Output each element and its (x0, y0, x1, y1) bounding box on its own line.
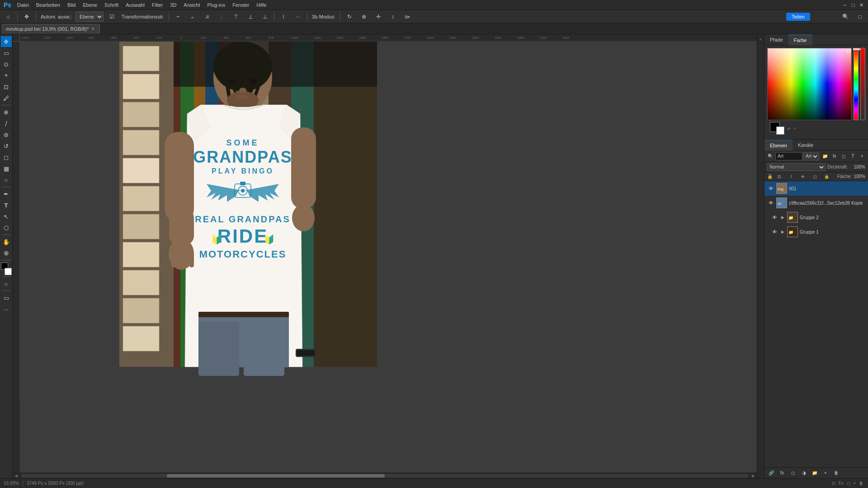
blend-mode-select[interactable]: Normal (767, 163, 826, 171)
align-left[interactable]: ⫟ (172, 11, 184, 22)
eraser-tool[interactable]: ◻ (1, 152, 12, 163)
workspace-button[interactable]: □ (854, 11, 866, 22)
quick-mask-tool[interactable]: ○ (1, 278, 12, 289)
panels-toggle[interactable]: « (758, 36, 764, 42)
rotate-3d[interactable]: ↻ (343, 11, 356, 22)
restore-button[interactable]: □ (850, 2, 856, 8)
layer-fx-btn[interactable]: fx (777, 468, 787, 478)
pfade-tab[interactable]: Pfade (764, 34, 788, 45)
layer-visibility-copy[interactable]: 👁 (767, 199, 774, 206)
close-button[interactable]: ✕ (858, 2, 864, 8)
path-select-tool[interactable]: ↖ (1, 211, 12, 222)
status-icon-5[interactable]: 🗑 (859, 481, 863, 486)
layer-visibility-gruppe2[interactable]: 👁 (771, 214, 778, 221)
more-tools[interactable]: ··· (1, 304, 12, 314)
move-tool-btn[interactable]: ✥ (20, 11, 33, 22)
layer-new-btn[interactable]: + (821, 468, 830, 478)
layer-expand-gruppe1[interactable]: ▶ (780, 229, 785, 235)
kanale-tab[interactable]: Kanäle (793, 140, 819, 150)
lock-position-btn[interactable]: ✛ (798, 172, 808, 182)
color-spectrum[interactable] (767, 48, 852, 120)
new-group-btn[interactable]: 📁 (821, 151, 829, 161)
layer-adj-btn[interactable]: ◑ (799, 468, 809, 478)
canvas-viewport[interactable]: SOME GRANDPAS PLAY BINGO (20, 42, 757, 473)
background-swatch[interactable] (776, 127, 784, 135)
screen-mode-tool[interactable]: ▭ (1, 292, 12, 303)
clone-tool[interactable]: ⊚ (1, 129, 12, 140)
align-right[interactable]: ⫡ (201, 11, 213, 22)
transform-checkbox[interactable]: ☑ (105, 11, 118, 22)
align-bottom[interactable]: ⊥ (259, 11, 271, 22)
orbit-3d[interactable]: ⊕ (358, 11, 370, 22)
ebenen-tab[interactable]: Ebenen (764, 140, 793, 150)
home-button[interactable]: ⌂ (2, 11, 14, 22)
menu-ebene[interactable]: Ebene (79, 0, 101, 10)
layer-mask-btn[interactable]: ◻ (840, 151, 848, 161)
type-tool[interactable]: T (1, 200, 12, 211)
zoom-tool[interactable]: ⊕ (1, 248, 12, 258)
crop-tool[interactable]: ⊡ (1, 81, 12, 92)
background-color-swatch[interactable] (5, 268, 12, 275)
new-layer-btn[interactable]: + (858, 151, 866, 161)
layer-item-001[interactable]: 👁 img 001 (764, 181, 868, 196)
menu-auswahl[interactable]: Auswahl (122, 0, 148, 10)
search-layers-input[interactable] (775, 152, 802, 160)
layer-mask-add-btn[interactable]: ◻ (788, 468, 798, 478)
select-rect-tool[interactable]: ▭ (1, 47, 12, 58)
menu-datei[interactable]: Datei (14, 0, 33, 10)
layer-expand-gruppe2[interactable]: ▶ (780, 215, 785, 220)
scale-3d[interactable]: ⌲ (401, 11, 414, 22)
lock-transparent-btn[interactable]: ⊡ (774, 172, 784, 182)
menu-bild[interactable]: Bild (64, 0, 79, 10)
layer-visibility-gruppe1[interactable]: 👁 (771, 228, 778, 235)
hue-slider[interactable] (854, 48, 859, 120)
filter-type-dropdown[interactable]: Art (803, 152, 819, 160)
align-center-v[interactable]: ⫠ (186, 11, 199, 22)
pan-3d[interactable]: ✛ (372, 11, 385, 22)
layer-effects-btn[interactable]: fx (830, 151, 839, 161)
menu-hilfe[interactable]: Hilfe (253, 0, 270, 10)
status-icon-2[interactable]: Fx (839, 481, 844, 486)
menu-ansicht[interactable]: Ansicht (180, 0, 203, 10)
swap-colors[interactable]: ⇄ (787, 126, 791, 131)
more-options[interactable]: ··· (292, 11, 304, 22)
quick-select-tool[interactable]: ⌖ (1, 70, 12, 81)
heal-tool[interactable]: ⊕ (1, 107, 12, 117)
status-icon-3[interactable]: ◻ (847, 481, 850, 486)
menu-bearbeiten[interactable]: Bearbeiten (33, 0, 64, 10)
status-icon-1[interactable]: ⊡ (832, 481, 835, 486)
menu-schrift[interactable]: Schrift (101, 0, 122, 10)
slide-3d[interactable]: ↕ (387, 11, 399, 22)
layer-delete-btn[interactable]: 🗑 (831, 468, 841, 478)
align-top[interactable]: ⊤ (230, 11, 242, 22)
layer-item-gruppe1[interactable]: 👁 ▶ 📁 Gruppe 1 (764, 225, 868, 239)
layer-visibility-001[interactable]: 👁 (767, 185, 774, 192)
search-button[interactable]: 🔍 (839, 11, 852, 22)
align-center-h[interactable]: ⊥ (244, 11, 257, 22)
minimize-button[interactable]: ─ (842, 2, 848, 8)
layer-item-copy[interactable]: 👁 so c9fbcaa1566c31f...Sec12eb39 Kopie (764, 196, 868, 210)
history-brush-tool[interactable]: ↺ (1, 141, 12, 151)
status-icon-4[interactable]: + (853, 481, 856, 486)
layer-item-gruppe2[interactable]: 👁 ▶ 📁 Gruppe 2 (764, 210, 868, 225)
lock-artboard-btn[interactable]: ◻ (810, 172, 820, 182)
gradient-tool[interactable]: ▦ (1, 163, 12, 174)
reset-colors[interactable]: ↩ (793, 126, 797, 131)
lock-all-btn[interactable]: 🔒 (821, 172, 831, 182)
horizontal-scrollbar[interactable]: ◀ ▶ (13, 473, 757, 478)
alpha-slider[interactable] (860, 48, 865, 120)
move-tool[interactable]: ✥ (1, 36, 12, 47)
layer-link-btn[interactable]: 🔗 (766, 468, 776, 478)
hand-tool[interactable]: ✋ (1, 236, 12, 247)
layer-group-btn[interactable]: 📁 (810, 468, 820, 478)
distribute[interactable]: ⁞ (277, 11, 290, 22)
farbe-tab[interactable]: Farbe (788, 34, 812, 45)
eyedropper-tool[interactable]: 🖉 (1, 93, 12, 103)
share-button[interactable]: Teilen (786, 13, 810, 21)
shape-tool[interactable]: ⬡ (1, 222, 12, 233)
pen-tool[interactable]: ✒ (1, 188, 12, 199)
menu-fenster[interactable]: Fenster (229, 0, 253, 10)
menu-filter[interactable]: Filter (148, 0, 166, 10)
lasso-tool[interactable]: ⊙ (1, 59, 12, 70)
menu-plugins[interactable]: Plug-ins (203, 0, 229, 10)
